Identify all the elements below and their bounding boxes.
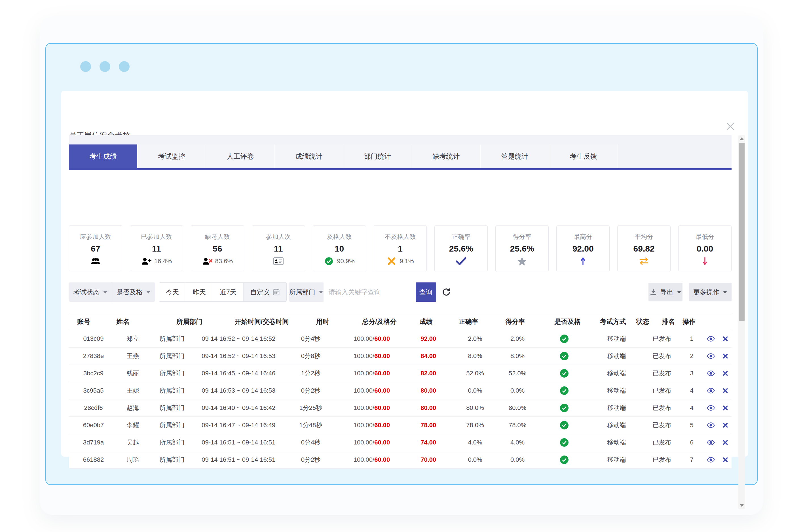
vertical-scrollbar[interactable] xyxy=(738,135,745,509)
scroll-up-icon[interactable] xyxy=(738,135,745,142)
column-header: 状态 xyxy=(632,317,654,326)
view-icon[interactable] xyxy=(707,422,715,428)
page: 员工岗位安全考核 考生成绩 xyxy=(0,0,803,532)
cell-rank: 6 xyxy=(680,439,703,446)
tab[interactable]: 考生成绩 xyxy=(69,145,138,168)
export-button[interactable]: 导出 xyxy=(649,283,682,301)
tab[interactable]: 考试监控 xyxy=(138,145,206,168)
cell-passed xyxy=(539,386,590,395)
stat-value: 67 xyxy=(91,244,100,253)
view-icon[interactable] xyxy=(707,405,715,411)
cell-operations xyxy=(703,405,731,411)
cell-duration: 0分8秒 xyxy=(281,352,341,360)
delete-icon[interactable] xyxy=(723,388,728,394)
stat-extra: 90.9% xyxy=(337,258,354,265)
scroll-down-icon[interactable] xyxy=(738,502,745,509)
tab[interactable]: 考生反馈 xyxy=(549,145,618,168)
cell-duration: 1分2秒 xyxy=(281,369,341,378)
view-icon[interactable] xyxy=(707,353,715,359)
stat-extra: 83.6% xyxy=(215,258,233,265)
delete-icon[interactable] xyxy=(723,353,728,359)
exam-results-panel: 员工岗位安全考核 考生成绩 xyxy=(61,91,748,457)
chevron-down-icon xyxy=(103,291,108,293)
tab-bar: 考生成绩 考试监控 人工评卷 xyxy=(69,135,732,170)
cell-time: 09-14 16:52 ~ 09-14 16:52 xyxy=(196,335,281,342)
panel-content: 考生成绩 考试监控 人工评卷 xyxy=(69,135,732,170)
stat-label: 不及格人数 xyxy=(384,232,416,241)
results-table: 账号 姓名 所属部门 开始时间/交卷时间 用时 总分/及格分 xyxy=(69,313,732,469)
cell-score: 70.00 xyxy=(403,456,454,463)
view-icon[interactable] xyxy=(707,457,715,463)
users-icon xyxy=(90,257,101,265)
tab[interactable]: 缺考统计 xyxy=(412,145,480,168)
window-dot xyxy=(119,61,130,72)
search-button[interactable]: 查询 xyxy=(416,282,436,302)
cell-name: 郑立 xyxy=(118,335,148,343)
delete-icon[interactable] xyxy=(723,422,728,428)
view-icon[interactable] xyxy=(707,370,715,377)
check-icon xyxy=(456,257,466,265)
delete-icon[interactable] xyxy=(723,405,728,411)
custom-date-button[interactable]: 自定义 xyxy=(243,283,286,301)
cell-passed xyxy=(539,369,590,378)
cell-duration: 0分4秒 xyxy=(281,335,341,343)
table-row: 3bc2c9 钱丽 所属部门 09-14 16:45 ~ 09-14 16:46… xyxy=(69,365,732,382)
yesterday-button[interactable]: 昨天 xyxy=(186,283,213,301)
cell-operations xyxy=(703,457,731,463)
delete-icon[interactable] xyxy=(723,336,728,342)
delete-icon[interactable] xyxy=(723,370,728,376)
column-header: 成绩 xyxy=(405,317,448,326)
check-circle-icon xyxy=(324,257,334,265)
cell-operations xyxy=(703,353,731,359)
star-icon xyxy=(517,257,527,265)
exam-status-dropdown[interactable]: 考试状态 xyxy=(69,282,112,302)
cell-account: 28cdf6 xyxy=(69,404,118,412)
cell-total-pass: 100.00/60.00 xyxy=(341,353,403,360)
cell-total-pass: 100.00/60.00 xyxy=(341,370,403,377)
cell-time: 09-14 16:51 ~ 09-14 16:51 xyxy=(196,439,281,446)
tab[interactable]: 部门统计 xyxy=(343,145,412,168)
stat-card: 不及格人数 1 9.1% xyxy=(374,226,427,271)
cell-passed xyxy=(539,456,590,464)
pass-filter-dropdown[interactable]: 是否及格 xyxy=(112,282,155,302)
chevron-down-icon xyxy=(677,291,681,293)
cell-status: 已发布 xyxy=(643,456,680,464)
pass-check-icon xyxy=(560,352,568,360)
refresh-icon[interactable] xyxy=(438,282,455,302)
column-header: 用时 xyxy=(291,317,354,326)
cell-department: 所属部门 xyxy=(148,352,196,360)
today-button[interactable]: 今天 xyxy=(159,283,186,301)
column-header: 正确率 xyxy=(447,317,490,326)
view-icon[interactable] xyxy=(707,336,715,342)
tab[interactable]: 人工评卷 xyxy=(206,145,275,168)
cell-operations xyxy=(703,370,731,377)
cell-total-pass: 100.00/60.00 xyxy=(341,404,403,412)
tab[interactable]: 答题统计 xyxy=(480,145,549,168)
stat-value: 10 xyxy=(334,244,344,253)
column-header: 开始时间/交卷时间 xyxy=(232,317,291,326)
cell-time: 09-14 16:53 ~ 09-14 16:53 xyxy=(196,387,281,394)
department-dropdown[interactable]: 所属部门 xyxy=(289,282,324,302)
cell-method: 移动端 xyxy=(590,438,643,447)
cell-account: 661882 xyxy=(69,456,118,463)
search-input[interactable] xyxy=(324,282,416,302)
more-actions-button[interactable]: 更多操作 xyxy=(689,283,732,301)
cell-score: 80.00 xyxy=(403,387,454,394)
cell-name: 赵海 xyxy=(118,404,148,412)
close-icon[interactable] xyxy=(724,120,737,133)
delete-icon[interactable] xyxy=(723,440,728,445)
view-icon[interactable] xyxy=(707,387,715,394)
tab-label: 考生成绩 xyxy=(90,152,117,161)
scrollbar-thumb[interactable] xyxy=(739,143,745,321)
cell-time: 09-14 16:51 ~ 09-14 16:51 xyxy=(196,456,281,463)
chevron-down-icon xyxy=(146,291,150,293)
stat-value: 69.82 xyxy=(634,244,655,253)
delete-icon[interactable] xyxy=(723,457,728,462)
view-icon[interactable] xyxy=(707,439,715,445)
arrow-up-icon xyxy=(578,257,588,265)
stat-value: 25.6% xyxy=(449,244,473,253)
stat-value: 0.00 xyxy=(697,244,713,253)
cell-total-pass: 100.00/60.00 xyxy=(341,421,403,429)
last7days-button[interactable]: 近7天 xyxy=(213,283,243,301)
tab[interactable]: 成绩统计 xyxy=(275,145,343,168)
